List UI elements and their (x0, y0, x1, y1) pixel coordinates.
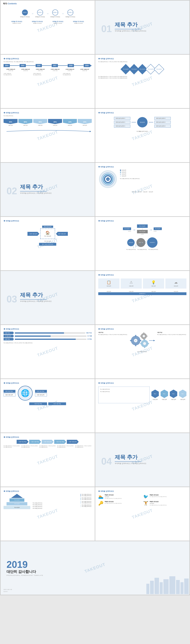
slide-9-process: TAKEOUT 제목을 입력하세요 중요내용 입력 전문 내용 입력 🏠 주요 … (0, 217, 95, 270)
progress-outer-1 (15, 332, 85, 334)
flow-step-4: STEP 4 제목을 추가하세요 (65, 10, 76, 18)
svg-rect-10 (135, 335, 136, 336)
arrow-tag-1: 내용 작성 (4, 332, 14, 334)
timeline-labels: 간략한 내용을 입력 간략한 내용 간략한 내용을 입력 간략한 내용 간략한 … (4, 68, 92, 72)
timeline-line3 (42, 65, 52, 66)
nav-arrow-5: 내용 내용 입력 (67, 440, 79, 444)
progress-inner-1 (15, 332, 64, 334)
globe-left-tags: 내용 대입 학습 내용 내용 입력 (4, 390, 16, 396)
flow-left-2: 제목이입력 입력하기 (114, 121, 130, 124)
svg-rect-23 (144, 347, 145, 348)
nav-desc-4: 텍스트를 입력하세요. 이 텍스트 상자에서 텍스트를 입력하세요. (57, 445, 74, 448)
flow-arrow-3: → (62, 12, 64, 15)
pct-item-4: 25% 내용 입력 (48, 119, 62, 126)
slide-15-title: 제목을 입력하세요 (4, 382, 92, 384)
feature-desc-4: 내용 발생 (150, 503, 167, 504)
svg-rect-16 (144, 332, 144, 334)
org-right-desc-1: 내 추가 (154, 231, 156, 232)
slide-14-gears: TAKEOUT 제목을 입력하세요 내용 작성 텍스트를 입력하세요. 이 텍스… (95, 325, 190, 378)
slide-8-radial: TAKEOUT 제목을 입력하세요 내용 내용 입력 (95, 163, 190, 216)
svg-rect-34 (176, 580, 180, 594)
timeline-desc-grid: 간략한 내용을 입력텍스트를 입력하세요 간략한 내용을 입력텍스트를 입력하세… (4, 73, 92, 76)
gears-right-desc: 내용 작성 텍스트를 입력하세요. 이 텍스트 상자에서 텍스트를 입력하세요. (157, 332, 186, 335)
hexagon-2: 메스 (160, 390, 168, 398)
icon-box-1: 📋 내용 입력 (98, 278, 120, 288)
globe-tag-left-1: 내용 대입 학습 (4, 390, 16, 393)
year-2018: 2018 (68, 64, 74, 67)
globe-tag-left-2: 내용 내용 입력 (4, 393, 16, 396)
arrow-item-1: 내용 작성 내용 작성 (4, 332, 92, 334)
section-subtitle-01: 부제목을 입력하세요 | 부제목을 입력하세요 (115, 30, 146, 32)
final-year: 2019 (6, 560, 28, 569)
tl-col-6: 간략한 내용을 입력 간략한 내용 (78, 68, 92, 72)
icon-label-4: 내용 입력 (174, 285, 178, 287)
progress-outer-3 (15, 339, 86, 340)
slide-11-title03: TAKEOUT 03 제목 추가 부제목을 입력하세요 | 부제목을 입력하세요 (0, 271, 95, 324)
proc-left-tag: 전문 내용 입력 (28, 232, 39, 236)
icon-sub-4: 내용 입력 (165, 291, 186, 292)
progress-val-3: 내 대입 (87, 338, 92, 340)
gears-layout: 내용 작성 텍스트를 입력하세요. 이 텍스트 상자에서 텍스트를 입력하세요.… (98, 332, 186, 350)
year-2014: 2014 (4, 64, 10, 67)
section-number-01: 01 (101, 24, 112, 34)
legend-1: 내용 입력 (120, 170, 186, 171)
item-desc-3: 제목을 추가하세요 (52, 22, 64, 24)
icon-warning: ⚠ (130, 280, 133, 284)
section-title-02: 제목 추가 (20, 183, 52, 190)
svg-rect-19 (146, 336, 148, 336)
progress-val-1: 내용 작성 (86, 332, 92, 334)
legend-dot-1 (120, 170, 121, 171)
feature-1: 🏊 특별한 관련 발생 내용 발생 텍스트를 입력하세요. 텍스트를 입력하세요… (98, 494, 142, 499)
pct-label-2: 내용 입력 (18, 124, 32, 126)
pyr-note-3: 텍스트를 입력하세요.텍스트를 입력하세요. (80, 501, 92, 504)
flow-label-2: 제목을 추가하세요 (35, 16, 45, 18)
org-circle-3: 부제목추가 (147, 237, 158, 248)
pct-item-2: 80% 내용 입력 (18, 119, 32, 126)
legend-dot-3 (120, 174, 121, 175)
svg-rect-28 (146, 584, 149, 594)
flow-left-3: 제목이입력 입력하기 (114, 124, 130, 128)
radial-bl-2: 내용 입력 (137, 191, 142, 193)
org-circle-2: 내용 기재 (136, 238, 145, 247)
svg-text:내용: 내용 (107, 179, 109, 180)
hex-3-wrap: 메스 내용 입력 (170, 390, 177, 400)
pct-label-4: 내용 입력 (48, 124, 62, 126)
arrow-item-3: 내용 대입 내 대입 (4, 338, 92, 340)
organic-left-labels: 텍스트입력 내 추가 (123, 228, 131, 232)
flow-arrow-2: → (46, 12, 49, 15)
org-desc-1: 텍스트를 입력하세요. (126, 249, 136, 250)
globe-tag-right-1: 내용 내용 학습 (35, 390, 47, 393)
td-3: 간략한 내용을 입력텍스트를 입력하세요 (63, 73, 92, 76)
td-2: 간략한 내용을 입력텍스트를 입력하세요 (33, 73, 62, 76)
legend-3: 내용 입력 (120, 173, 186, 175)
proc-right-tag: 전문 내용 입력 (56, 232, 68, 236)
feature-icon-key: 🔑 (98, 501, 104, 506)
slide-4-desc: 텍스트를 입력하세요. 이 텍스트 상자에서 텍스트를 입력하세요. (98, 61, 186, 62)
flow-circle-3: STEP 3 (52, 10, 58, 16)
flow-main: 제목이입력 입력하기 제목이입력 입력하기 제목이입력 입력하기 중앙입력 제목… (98, 117, 186, 128)
features-grid: 🏊 특별한 관련 발생 내용 발생 텍스트를 입력하세요. 텍스트를 입력하세요… (98, 494, 186, 506)
flow-bottom: 타이틀을 입력 하세요. (98, 130, 186, 132)
legend-4: 내용 입력 (120, 175, 186, 177)
item-box-4: 제목을 추가하세요 제목을 추가하세요 (72, 21, 84, 24)
org-down-arrow: ↓ (142, 228, 143, 230)
arrow-tag-3: 내용 대입 (4, 338, 14, 340)
svg-point-15 (143, 335, 145, 337)
final-note: 참고문고 (4, 591, 12, 592)
globe-icon: 🌐 (18, 386, 33, 400)
globe-bottom-2: 내용 내용 학습 (48, 402, 66, 405)
pct-label-1: 내용 입력 (4, 124, 18, 126)
slide-12-icon-grid: TAKEOUT 제목을 입력하세요 📋 내용 입력 ⚠ 내용 입력 💡 내용 입… (95, 271, 190, 324)
item-box-2: 제목을 추가하세요 제목을 추가하세요 (32, 21, 43, 24)
radial-chart: 내용 (98, 170, 118, 189)
pct-item-1: 35% 내용 입력 (4, 119, 18, 126)
svg-rect-12 (130, 340, 132, 341)
hexagon-1: 메스 (152, 390, 159, 398)
feature-2: 🐦 특별한 관련 발생 텍스트를 입력하세요. 텍스트를 입력하세요. (143, 494, 186, 499)
diamond-label-4: 텍스트입력 (148, 68, 153, 70)
hex-4-wrap: 메스 내용 입력 (179, 390, 186, 400)
section-title-04: 제목 추가 (115, 454, 146, 461)
flow-left-1: 제목이입력 입력하기 (114, 117, 130, 120)
feature-desc-1: 내용 발생 (105, 496, 122, 498)
progress-val-2: 내 이름 (87, 335, 92, 337)
